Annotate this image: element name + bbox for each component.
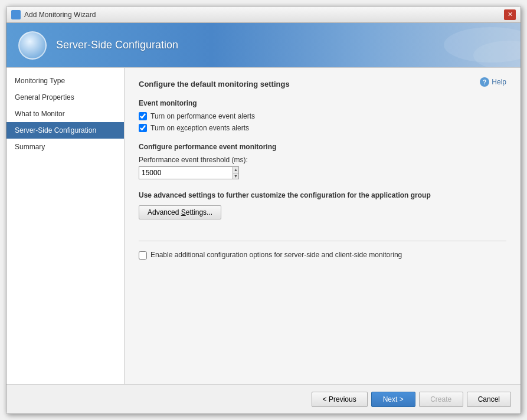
- perf-alert-row: Turn on performance event alerts: [139, 112, 506, 120]
- exception-alert-label: Turn on exception events alerts: [150, 124, 249, 132]
- sidebar: Monitoring Type General Properties What …: [6, 68, 125, 384]
- header: Server-Side Configuration: [6, 23, 521, 67]
- perf-event-section-label: Configure performance event monitoring: [139, 143, 506, 151]
- title-bar: Add Monitoring Wizard ✕: [6, 6, 521, 23]
- spinner-down[interactable]: ▼: [233, 173, 238, 179]
- threshold-spinner: ▲ ▼: [139, 166, 239, 179]
- sidebar-item-what-to-monitor[interactable]: What to Monitor: [6, 106, 124, 122]
- help-link[interactable]: ? Help: [480, 77, 506, 87]
- sidebar-item-general-properties[interactable]: General Properties: [6, 89, 124, 106]
- next-button[interactable]: Next >: [371, 392, 415, 407]
- divider: [139, 241, 506, 241]
- spinner-up[interactable]: ▲: [233, 167, 238, 173]
- window: Add Monitoring Wizard ✕ Server-Side Conf…: [6, 6, 521, 414]
- header-title: Server-Side Configuration: [56, 39, 178, 51]
- help-icon: ?: [480, 77, 489, 87]
- threshold-input[interactable]: [139, 167, 233, 179]
- footer: < Previous Next > Create Cancel: [6, 384, 521, 414]
- page-title: Configure the default monitoring setting…: [139, 80, 506, 88]
- content-panel: ? Help Configure the default monitoring …: [125, 68, 521, 384]
- threshold-label: Performance event threshold (ms):: [139, 156, 506, 164]
- close-button[interactable]: ✕: [504, 9, 516, 20]
- spinner-buttons: ▲ ▼: [233, 167, 238, 179]
- sidebar-item-monitoring-type[interactable]: Monitoring Type: [6, 73, 124, 89]
- sidebar-item-server-side-configuration[interactable]: Server-Side Configuration: [6, 122, 124, 139]
- additional-options-checkbox[interactable]: [139, 251, 147, 260]
- sidebar-item-summary[interactable]: Summary: [6, 139, 124, 155]
- exception-alert-checkbox[interactable]: [139, 124, 147, 132]
- previous-button[interactable]: < Previous: [312, 392, 368, 407]
- window-title: Add Monitoring Wizard: [24, 11, 504, 19]
- advanced-settings-button[interactable]: Advanced Settings...: [139, 205, 221, 219]
- cancel-button[interactable]: Cancel: [467, 392, 511, 407]
- additional-options-row: Enable additional configuration options …: [139, 251, 506, 260]
- perf-alert-label: Turn on performance event alerts: [150, 112, 255, 120]
- header-icon: [18, 31, 47, 60]
- additional-options-label: Enable additional configuration options …: [150, 251, 402, 259]
- advanced-section-label: Use advanced settings to further customi…: [139, 191, 506, 199]
- window-icon: [11, 10, 21, 19]
- main-area: Monitoring Type General Properties What …: [6, 67, 521, 384]
- exception-alert-row: Turn on exception events alerts: [139, 124, 506, 132]
- create-button[interactable]: Create: [419, 392, 463, 407]
- perf-alert-checkbox[interactable]: [139, 112, 147, 120]
- event-monitoring-label: Event monitoring: [139, 99, 506, 107]
